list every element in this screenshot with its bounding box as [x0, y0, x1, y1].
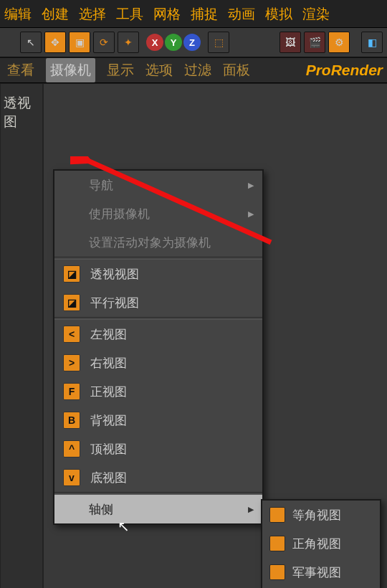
menu-edit[interactable]: 编辑 [4, 5, 32, 24]
cube-icon: ◪ [63, 265, 80, 283]
cube-icon: ◪ [63, 294, 80, 311]
cube-icon [269, 564, 285, 580]
menu-right-view[interactable]: >右视图 [54, 348, 262, 377]
sub-isometric[interactable]: 等角视图 [262, 501, 380, 529]
tool-coord-icon[interactable]: ⬚ [208, 32, 229, 53]
render-picture-icon[interactable]: 🖼 [280, 32, 301, 53]
front-icon: F [63, 383, 80, 400]
menu-set-active-camera[interactable]: 设置活动对象为摄像机 [54, 228, 262, 257]
menu-nav-label: 导航 [89, 177, 113, 194]
menu-bottom-view[interactable]: v底视图 [54, 463, 262, 492]
menu-sim[interactable]: 模拟 [265, 5, 292, 24]
toolbar: ↖ ✥ ▣ ⟳ ✦ X Y Z ⬚ 🖼 🎬 ⚙ ◧ [0, 28, 387, 58]
sub-isometric-label: 等角视图 [292, 507, 341, 523]
tool-move-icon[interactable]: ✥ [44, 32, 66, 53]
menu-bottom-view-label: 底视图 [90, 470, 127, 486]
sub-dimetric-label: 正角视图 [292, 536, 341, 552]
menu-use-camera[interactable]: 使用摄像机▶ [54, 199, 262, 228]
tool-scale-icon[interactable]: ▣ [69, 32, 90, 53]
tool-recent-icon[interactable]: ✦ [118, 32, 139, 53]
left-icon: < [63, 326, 80, 343]
menu-top-view-label: 顶视图 [90, 441, 127, 457]
menu-tools[interactable]: 工具 [116, 5, 143, 24]
menu-axonometric[interactable]: 轴侧▶ [54, 495, 262, 523]
vtab-display[interactable]: 显示 [107, 61, 134, 80]
chevron-right-icon: ▶ [248, 209, 254, 219]
chevron-right-icon: ▶ [248, 505, 254, 514]
menu-right-view-label: 右视图 [90, 355, 127, 371]
bottom-icon: v [63, 469, 80, 486]
menu-perspective[interactable]: ◪透视视图 [54, 260, 262, 288]
back-icon: B [63, 412, 80, 429]
menu-left-view[interactable]: <左视图 [54, 320, 262, 348]
right-icon: > [63, 354, 80, 371]
vtab-filter[interactable]: 过滤 [184, 61, 211, 80]
prorender-label: ProRender [306, 62, 383, 79]
menu-mesh[interactable]: 网格 [153, 5, 181, 24]
axis-x-icon[interactable]: X [146, 34, 163, 51]
sub-military[interactable]: 军事视图 [262, 558, 380, 587]
viewport-area: 透视图 导航▶ 使用摄像机▶ 设置活动对象为摄像机 ◪透视视图 ◪平行视图 <左… [0, 83, 387, 588]
menu-set-active-camera-label: 设置活动对象为摄像机 [89, 234, 211, 251]
menu-back-view-label: 背视图 [90, 412, 127, 429]
menu-perspective-label: 透视视图 [90, 266, 139, 283]
menu-use-camera-label: 使用摄像机 [89, 206, 150, 222]
render-clapper-icon[interactable]: 🎬 [304, 32, 325, 53]
main-menu-bar: 编辑 创建 选择 工具 网格 捕捉 动画 模拟 渲染 [0, 0, 387, 28]
menu-select[interactable]: 选择 [79, 5, 106, 24]
axonometric-submenu: 等角视图 正角视图 军事视图 绅士视图 鸟瞰视图 蛙眼视图 [261, 499, 381, 588]
cube-icon [269, 507, 285, 523]
vtab-view[interactable]: 查看 [7, 61, 34, 80]
sub-dimetric[interactable]: 正角视图 [262, 529, 380, 558]
menu-snap[interactable]: 捕捉 [191, 5, 218, 24]
top-icon: ^ [63, 440, 80, 457]
menu-left-view-label: 左视图 [90, 326, 127, 343]
camera-dropdown: 导航▶ 使用摄像机▶ 设置活动对象为摄像机 ◪透视视图 ◪平行视图 <左视图 >… [53, 169, 264, 525]
axis-y-icon[interactable]: Y [165, 34, 182, 51]
tool-rotate-icon[interactable]: ⟳ [93, 32, 115, 53]
menu-axonometric-label: 轴侧 [89, 501, 113, 518]
menu-top-view[interactable]: ^顶视图 [54, 435, 262, 463]
menu-nav[interactable]: 导航▶ [54, 171, 262, 199]
menu-parallel-label: 平行视图 [90, 295, 139, 311]
vtab-options[interactable]: 选项 [145, 61, 173, 80]
menu-anim[interactable]: 动画 [228, 5, 255, 24]
render-settings-icon[interactable]: ⚙ [328, 32, 350, 53]
viewport-menu-bar: 查看 摄像机 显示 选项 过滤 面板 ProRender [0, 58, 387, 83]
chevron-right-icon: ▶ [248, 181, 254, 190]
menu-render[interactable]: 渲染 [302, 5, 330, 24]
vtab-camera[interactable]: 摄像机 [46, 58, 95, 82]
primitive-cube-icon[interactable]: ◧ [361, 32, 383, 53]
viewport-label: 透视图 [4, 94, 42, 131]
vtab-panel[interactable]: 面板 [223, 61, 250, 80]
cube-icon [269, 536, 285, 551]
menu-back-view[interactable]: B背视图 [54, 406, 262, 435]
menu-create[interactable]: 创建 [42, 5, 69, 24]
axis-z-icon[interactable]: Z [183, 34, 201, 51]
menu-parallel[interactable]: ◪平行视图 [54, 288, 262, 317]
menu-front-view[interactable]: F正视图 [54, 377, 262, 406]
tool-cursor-icon[interactable]: ↖ [20, 32, 42, 53]
menu-front-view-label: 正视图 [90, 384, 127, 400]
axis-toggles: X Y Z [146, 34, 201, 51]
sub-military-label: 军事视图 [292, 564, 341, 581]
